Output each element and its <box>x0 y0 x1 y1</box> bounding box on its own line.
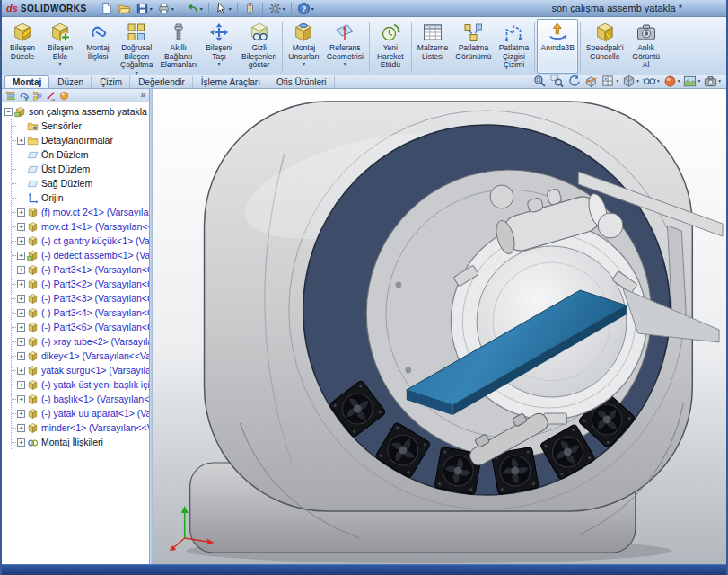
expand-toggle[interactable]: + <box>17 309 25 317</box>
tree-item[interactable]: +(-) xray tube<2> (Varsayılan< <box>12 334 149 349</box>
bill-of-materials-button[interactable]: MalzemeListesi <box>414 19 452 74</box>
edit-component-button[interactable]: BileşenDüzele <box>4 19 41 74</box>
show-hidden-components-button[interactable]: GizliBileşenlerigöster <box>238 19 280 74</box>
update-speedpak-button[interactable]: Speedpak'iGüncelle <box>583 19 627 74</box>
tab-duzen[interactable]: Düzen <box>49 75 92 88</box>
save-button[interactable]: ▾ <box>134 1 154 16</box>
expand-toggle[interactable]: + <box>17 438 25 447</box>
linear-component-pattern-button[interactable]: DoğrusalBileşenÇoğaltma▾ <box>117 19 156 74</box>
exploded-view-button[interactable]: PatlatmaGörünümü <box>452 19 495 74</box>
instant3d-button[interactable]: Anında3B <box>537 19 577 74</box>
rebuild-icon <box>243 2 257 15</box>
dropdown-caret: ▾ <box>58 61 61 66</box>
tree-item[interactable]: +(-) Part3<3> (Varsayılan<Görün <box>12 291 149 305</box>
tree-item[interactable]: +Ön Düzlem <box>12 147 149 162</box>
expand-toggle[interactable]: − <box>4 108 13 116</box>
tree-item[interactable]: +minder<1> (Varsayılan<<Va <box>12 420 149 435</box>
options-button[interactable]: ▾ <box>267 1 287 16</box>
expand-toggle[interactable]: + <box>17 208 25 217</box>
expand-toggle[interactable]: + <box>17 137 25 145</box>
new-document-button[interactable] <box>98 1 115 16</box>
part-icon <box>27 365 39 376</box>
expand-toggle[interactable]: + <box>17 280 25 288</box>
tree-item[interactable]: +(-) Part3<1> (Varsayılan<Görün <box>12 262 149 277</box>
viewport-canvas[interactable] <box>153 89 726 564</box>
tab-isleme-araclari[interactable]: İşleme Araçları <box>193 75 268 88</box>
new-motion-study-button[interactable]: YeniHareketEtüdü <box>372 19 409 74</box>
configurationmanager-tab[interactable] <box>32 90 42 102</box>
tree-item[interactable]: +mov.ct 1<1> (Varsayılan<<Vars <box>12 219 149 234</box>
open-document-button[interactable] <box>116 1 133 16</box>
print-button[interactable]: ▾ <box>155 1 176 16</box>
move-component-button[interactable]: BileşeniTaşı▾ <box>200 19 238 74</box>
tab-cizim[interactable]: Çizim <box>92 75 130 88</box>
previous-view-button[interactable] <box>566 75 582 87</box>
undo-button[interactable]: ▾ <box>184 1 205 16</box>
featuremanager-tab[interactable] <box>5 90 15 102</box>
apply-scene-button[interactable]: ▾ <box>682 75 701 87</box>
tab-degerlendir[interactable]: Değerlendir <box>130 75 193 88</box>
tree-item-label: (-) Part3<2> (Varsayılan<Görün <box>41 279 149 289</box>
expand-toggle[interactable]: + <box>17 295 25 303</box>
tree-children: +Sensörler+Detaylandırmalar+Ön Düzlem+Üs… <box>11 119 149 449</box>
tree-item[interactable]: +Sensörler <box>12 119 149 133</box>
take-snapshot-button[interactable]: AnlıkGörüntüAl <box>627 19 665 74</box>
tab-ofis-urunleri[interactable]: Ofis Ürünleri <box>268 75 335 88</box>
tree-item[interactable]: +Üst Düzlem <box>12 162 149 176</box>
propertymanager-tab[interactable] <box>19 90 29 102</box>
tree-item[interactable]: +(-) başlık<1> (Varsayılan<Var <box>12 392 149 406</box>
reference-geometry-button[interactable]: ReferansGeometrisi▾ <box>323 19 367 74</box>
hide-show-items-button[interactable]: ▾ <box>642 75 661 87</box>
edit-appearance-button[interactable]: ▾ <box>662 75 681 87</box>
mate-button[interactable]: Montajİlişkisi <box>79 19 117 74</box>
tree-item[interactable]: +(-) Part3<2> (Varsayılan<Görün <box>12 277 149 291</box>
tree-item[interactable]: +(-) Part3<4> (Varsayılan<Görün <box>12 305 149 320</box>
commandmanager-tab-row: MontajDüzenÇizimDeğerlendirİşleme Araçla… <box>2 75 726 89</box>
tree-item[interactable]: +Orijin <box>12 190 149 205</box>
view-settings-button[interactable]: ▾ <box>703 75 722 87</box>
expand-toggle[interactable]: + <box>17 323 25 332</box>
expand-toggle[interactable]: + <box>17 352 25 360</box>
tree-item[interactable]: +Detaylandırmalar <box>12 133 149 147</box>
help-button[interactable]: ?▾ <box>295 1 316 16</box>
displaymanager-tab[interactable] <box>59 90 69 102</box>
tree-item[interactable]: +yatak sürgü<1> (Varsayılan< <box>12 363 149 377</box>
zoom-to-area-button[interactable] <box>549 75 565 87</box>
expand-toggle[interactable]: + <box>17 237 25 245</box>
expand-toggle[interactable]: + <box>17 395 25 403</box>
select-button[interactable]: ▾ <box>213 1 233 16</box>
section-view-button[interactable] <box>583 75 599 87</box>
tree-item[interactable]: +(-) dedect assemb<1> (Varsayı <box>12 248 149 262</box>
display-style-button[interactable]: ▾ <box>621 75 640 87</box>
view-orientation-button[interactable]: ▾ <box>601 75 619 87</box>
tree-item[interactable]: +Montaj İlişkileri <box>12 435 149 449</box>
tree-item[interactable]: +Sağ Düzlem <box>12 176 149 190</box>
expand-toggle[interactable]: + <box>17 381 25 389</box>
tree-item[interactable]: −son çalışma assemb yatakla (Vars <box>4 104 149 119</box>
tree-item[interactable]: +(-) ct gantry küçük<1> (Varsa <box>12 234 149 248</box>
expand-toggle[interactable]: + <box>17 223 25 231</box>
expand-toggle[interactable]: + <box>17 367 25 375</box>
tree-item[interactable]: +(-) yatak üst yeni başlık için<1 <box>12 377 149 392</box>
tree-item[interactable]: +(-) yatak uu aparat<1> (Varsayı <box>12 406 149 420</box>
assembly-features-button[interactable]: MontajUnsurları▾ <box>285 19 322 74</box>
part-icon <box>27 350 39 362</box>
tree-item[interactable]: +(-) Part3<6> (Varsayılan<Görün <box>12 320 149 334</box>
expand-toggle[interactable]: + <box>17 410 25 418</box>
insert-components-button[interactable]: BileşenEkle▾ <box>41 19 79 74</box>
graphics-area[interactable] <box>153 89 726 564</box>
speedpak-icon <box>594 22 616 43</box>
rebuild-button[interactable] <box>241 1 259 16</box>
smart-fasteners-button[interactable]: AkıllıBağlantıElemanları <box>156 19 200 74</box>
expand-toggle[interactable]: + <box>17 338 25 346</box>
panel-expand-chevron[interactable]: » <box>140 91 145 100</box>
tree-item[interactable]: +(f) mov.ct 2<1> (Varsayılan<<V <box>12 205 149 219</box>
explode-line-sketch-button[interactable]: PatlatmaÇizgisiÇizimi <box>495 19 532 74</box>
tab-montaj[interactable]: Montaj <box>4 75 49 88</box>
expand-toggle[interactable]: + <box>17 252 25 260</box>
expand-toggle[interactable]: + <box>17 424 25 432</box>
zoom-to-fit-button[interactable] <box>532 75 548 87</box>
tree-item[interactable]: +dikey<1> (Varsayılan<<Varsayı <box>12 349 149 363</box>
dimxpert-tab[interactable] <box>46 90 56 102</box>
expand-toggle[interactable]: + <box>17 266 25 274</box>
